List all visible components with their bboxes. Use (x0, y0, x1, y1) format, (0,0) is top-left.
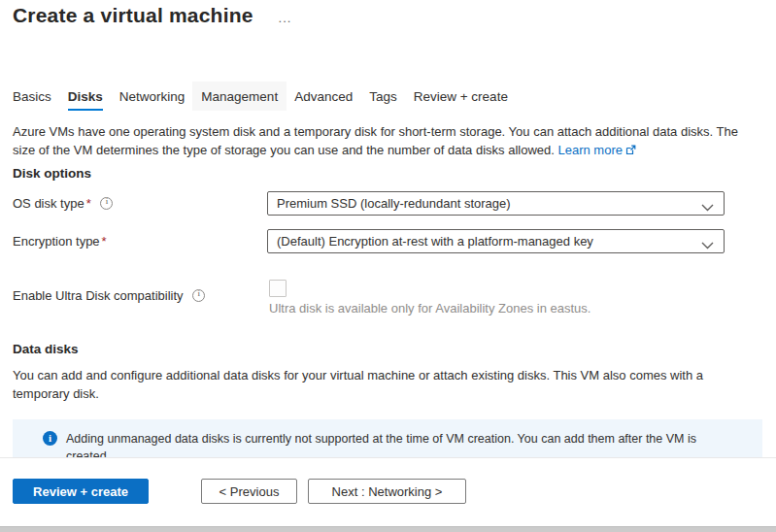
wizard-tabs: Basics Disks Networking Management Advan… (13, 82, 524, 111)
data-disks-heading: Data disks (13, 342, 79, 356)
tab-disks[interactable]: Disks (68, 82, 103, 111)
ultra-disk-checkbox[interactable] (269, 280, 287, 297)
data-disks-description: You can add and configure additional dat… (13, 366, 749, 403)
wizard-footer: Review + create < Previous Next : Networ… (0, 457, 776, 526)
encryption-type-value: (Default) Encryption at-rest with a plat… (277, 234, 694, 249)
page-header: Create a virtual machine ... (13, 4, 291, 27)
next-networking-button[interactable]: Next : Networking > (308, 479, 466, 504)
encryption-type-label: Encryption type* (13, 234, 107, 249)
os-disk-type-label: OS disk type* (13, 196, 113, 211)
page-title: Create a virtual machine (13, 4, 253, 27)
info-icon[interactable] (100, 197, 113, 210)
tab-basics[interactable]: Basics (13, 82, 51, 111)
info-icon (43, 431, 57, 446)
more-options-icon[interactable]: ... (279, 11, 292, 25)
external-link-icon (625, 142, 636, 160)
tab-management[interactable]: Management (192, 82, 287, 111)
encryption-type-select[interactable]: (Default) Encryption at-rest with a plat… (267, 229, 725, 253)
disk-options-heading: Disk options (13, 166, 91, 181)
info-banner: Adding unmanaged data disks is currently… (13, 419, 762, 457)
ultra-disk-label: Enable Ultra Disk compatibility (13, 288, 205, 303)
required-asterisk: * (86, 196, 91, 211)
disks-description: Azure VMs have one operating system disk… (13, 122, 751, 160)
required-asterisk: * (102, 234, 107, 249)
tab-review-create[interactable]: Review + create (414, 82, 508, 111)
chevron-down-icon (701, 238, 714, 252)
window-bottom-edge (0, 526, 776, 532)
info-banner-text: Adding unmanaged data disks is currently… (66, 430, 715, 457)
previous-button[interactable]: < Previous (201, 479, 297, 504)
tab-advanced[interactable]: Advanced (294, 82, 353, 111)
tab-networking[interactable]: Networking (119, 82, 186, 111)
ultra-disk-helper-text: Ultra disk is available only for Availab… (269, 301, 590, 316)
learn-more-link[interactable]: Learn more (558, 143, 623, 157)
chevron-down-icon (701, 200, 714, 215)
tab-tags[interactable]: Tags (369, 82, 397, 111)
os-disk-type-value: Premium SSD (locally-redundant storage) (277, 196, 694, 211)
create-vm-page: Create a virtual machine ... Basics Disk… (0, 0, 776, 532)
review-create-button[interactable]: Review + create (13, 479, 149, 504)
info-icon[interactable] (192, 289, 205, 302)
os-disk-type-select[interactable]: Premium SSD (locally-redundant storage) (267, 191, 725, 216)
